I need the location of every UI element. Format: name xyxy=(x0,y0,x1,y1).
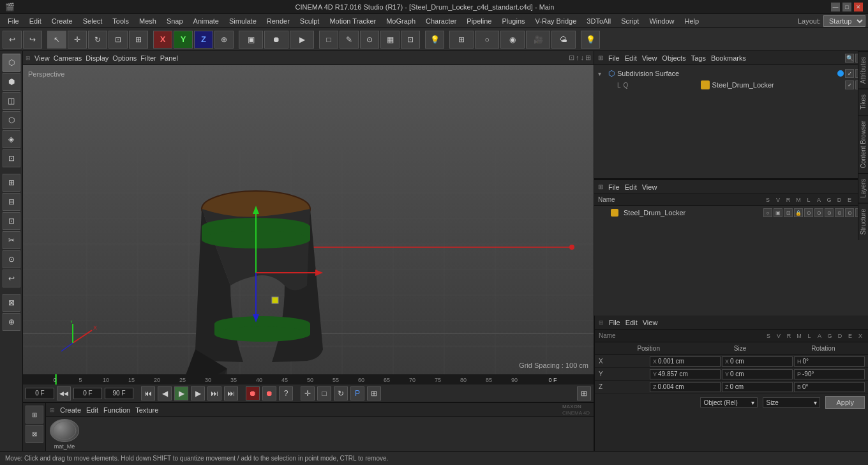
snap-btn[interactable]: ⊡ xyxy=(401,31,420,49)
row-icon-sphere[interactable]: ○ xyxy=(763,208,772,217)
row-icon-comp[interactable]: ⊡ xyxy=(784,208,793,217)
z-axis-button[interactable]: Z xyxy=(194,31,213,49)
props-size-z[interactable]: Z 0 cm xyxy=(722,382,793,392)
vtab-structure[interactable]: Structure xyxy=(858,203,868,240)
obj-top-bookmarks[interactable]: Bookmarks xyxy=(711,54,746,62)
bulb-btn[interactable]: 💡 xyxy=(581,31,600,49)
play-btn[interactable]: ▶ xyxy=(174,386,188,400)
mat-menu-texture[interactable]: Texture xyxy=(135,406,158,414)
obj-top-file[interactable]: File xyxy=(608,54,620,62)
select-tool[interactable]: ↖ xyxy=(47,31,66,49)
light-btn[interactable]: 💡 xyxy=(425,31,444,49)
bend-btn[interactable]: ↩ xyxy=(3,270,20,287)
pla-key-btn[interactable]: ⊞ xyxy=(367,386,381,400)
mesh-mode-btn[interactable]: ⬢ xyxy=(3,73,20,91)
next-frame-btn[interactable]: ▶ xyxy=(191,386,205,400)
maximize-button[interactable]: □ xyxy=(842,3,851,11)
edit-mode-btn[interactable]: ✎ xyxy=(340,31,359,49)
obj-mode-btn[interactable]: □ xyxy=(319,31,338,49)
menu-3dtoall[interactable]: 3DToAll xyxy=(581,16,616,26)
expand-icon[interactable]: ▾ xyxy=(598,70,606,77)
props-rot-b[interactable]: B 0° xyxy=(794,382,865,392)
coord-system-dropdown[interactable]: Object (Rel) ▾ xyxy=(700,397,758,408)
search-icon[interactable]: 🔍 xyxy=(845,54,854,63)
vp-menu-cameras[interactable]: Cameras xyxy=(54,54,82,62)
obj-bot-view[interactable]: View xyxy=(642,183,657,191)
menu-file[interactable]: File xyxy=(3,16,24,26)
extrude-btn[interactable]: ⊡ xyxy=(3,212,20,230)
world-axis-button[interactable]: ⊕ xyxy=(214,31,234,49)
props-file[interactable]: File xyxy=(609,319,620,326)
menu-pipeline[interactable]: Pipeline xyxy=(461,16,497,26)
row-icon-tag2[interactable]: ⊙ xyxy=(814,208,823,217)
menu-help[interactable]: Help xyxy=(680,16,705,26)
start-frame-input[interactable] xyxy=(73,388,102,399)
menu-sculpt[interactable]: Sculpt xyxy=(295,16,325,26)
menu-create[interactable]: Create xyxy=(47,16,78,26)
vp-menu-display[interactable]: Display xyxy=(86,54,108,62)
record-btn[interactable]: ⏺ xyxy=(246,386,260,400)
row-icon-lock[interactable]: 🔒 xyxy=(794,208,803,217)
uv-mode-btn[interactable]: ⊡ xyxy=(3,149,20,167)
camera-btn[interactable]: 🎥 xyxy=(526,31,550,49)
rotate-key-btn[interactable]: ↻ xyxy=(334,386,348,400)
scale-tool[interactable]: ⊡ xyxy=(108,31,128,49)
obj-row-steel-drum[interactable]: Steel_Drum_Locker ○ ▣ ⊡ 🔒 ⊙ ⊙ ⊙ ⊙ ⊙ ⊙ xyxy=(594,206,868,220)
obj-top-edit[interactable]: Edit xyxy=(625,54,637,62)
obj-bot-edit[interactable]: Edit xyxy=(625,183,637,191)
move-snap-btn[interactable]: ⊕ xyxy=(3,313,20,331)
props-size-x[interactable]: X 0 cm xyxy=(722,356,793,367)
go-start-btn[interactable]: ⏮ xyxy=(141,386,155,400)
subdivide-btn[interactable]: ⊞ xyxy=(3,174,20,192)
mat-swatch-mat-me[interactable]: mat_Me xyxy=(49,419,80,450)
timeline-options-btn[interactable]: ⊞ xyxy=(577,386,591,400)
mat-new-btn[interactable]: ⊞ xyxy=(26,406,43,423)
vtab-layers[interactable]: Layers xyxy=(858,173,868,203)
render-region-btn[interactable]: ▣ xyxy=(239,31,263,49)
param-key-btn[interactable]: P xyxy=(350,386,364,400)
vp-menu-options[interactable]: Options xyxy=(112,54,137,62)
mat-menu-edit[interactable]: Edit xyxy=(86,406,98,414)
undo-button[interactable]: ↩ xyxy=(3,31,22,49)
redo-button[interactable]: ↪ xyxy=(23,31,42,49)
menu-mograph[interactable]: MoGraph xyxy=(381,16,421,26)
texture-mode-btn[interactable]: ⊙ xyxy=(360,31,379,49)
row-icon-img[interactable]: ▣ xyxy=(774,208,782,217)
go-end-btn2[interactable]: ⏭ xyxy=(224,386,238,400)
frame-prev-btn[interactable]: ◀◀ xyxy=(57,386,71,400)
env-btn[interactable]: ◉ xyxy=(500,31,525,49)
y-axis-button[interactable]: Y xyxy=(174,31,193,49)
menu-vray[interactable]: V-Ray Bridge xyxy=(530,16,582,26)
vp-menu-view[interactable]: View xyxy=(34,54,50,62)
obj-item-subdivision-surface[interactable]: ▾ ⬡ Subdivision Surface ✓ ✓ xyxy=(594,68,868,79)
magnet-btn[interactable]: ⊙ xyxy=(3,250,20,268)
props-rot-p[interactable]: P -90° xyxy=(794,369,865,379)
props-pos-y[interactable]: Y 49.857 cm xyxy=(650,369,721,379)
model-mode-btn[interactable]: ⬡ xyxy=(3,54,20,72)
props-pos-x[interactable]: X 0.001 cm xyxy=(650,356,721,367)
prev-frame-btn[interactable]: ◀ xyxy=(158,386,172,400)
drum-vis-btn[interactable]: ✓ xyxy=(845,80,854,89)
props-pos-z[interactable]: Z 0.004 cm xyxy=(650,382,721,392)
edge-mode-btn[interactable]: ⬡ xyxy=(3,111,20,129)
menu-tools[interactable]: Tools xyxy=(107,16,134,26)
obj-top-view[interactable]: View xyxy=(642,54,657,62)
props-rot-h[interactable]: H 0° xyxy=(794,356,865,367)
row-icon-tag3[interactable]: ⊙ xyxy=(825,208,834,217)
vtab-attributes[interactable]: Attributes xyxy=(858,51,868,89)
weld-btn[interactable]: ⊟ xyxy=(3,193,20,211)
end-frame-input[interactable] xyxy=(105,388,133,399)
phys-sky-btn[interactable]: 🌤 xyxy=(551,31,576,49)
select-key-btn[interactable]: □ xyxy=(317,386,331,400)
row-icon-tag4[interactable]: ⊙ xyxy=(835,208,844,217)
obj-item-steel-drum-locker-top[interactable]: ▸ L Q Steel_Drum_Locker ✓ ✓ xyxy=(594,79,868,91)
obj-top-tags[interactable]: Tags xyxy=(691,54,706,62)
go-end-btn[interactable]: ⏭ xyxy=(207,386,221,400)
layout-dropdown[interactable]: Startup xyxy=(823,15,865,27)
mat-menu-create[interactable]: Create xyxy=(60,406,81,414)
obj-top-objects[interactable]: Objects xyxy=(662,54,685,62)
point-mode-btn[interactable]: ◈ xyxy=(3,130,20,148)
sky-btn[interactable]: ○ xyxy=(475,31,499,49)
menu-simulate[interactable]: Simulate xyxy=(224,16,262,26)
props-edit[interactable]: Edit xyxy=(625,319,638,326)
